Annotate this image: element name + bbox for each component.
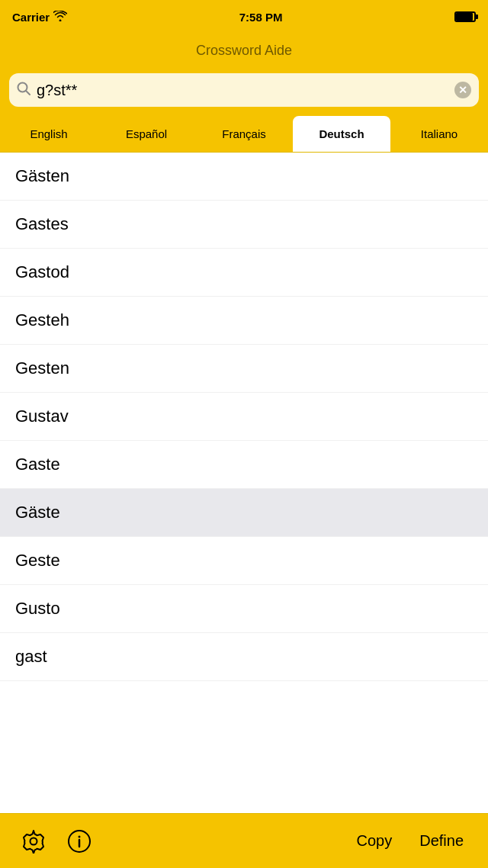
search-icon	[17, 82, 30, 99]
tab-espanol[interactable]: Español	[98, 116, 195, 152]
tab-italiano[interactable]: Italiano	[390, 116, 488, 152]
svg-point-5	[79, 835, 81, 837]
tab-francais[interactable]: Français	[195, 116, 293, 152]
word-item[interactable]: Gesteh	[0, 297, 488, 345]
toolbar-right: Copy Define	[350, 829, 470, 853]
app-title: Crossword Aide	[196, 43, 292, 59]
carrier-label: Carrier	[12, 11, 67, 24]
clear-button[interactable]: ✕	[454, 82, 471, 98]
status-bar: Carrier 7:58 PM	[0, 0, 488, 34]
word-item[interactable]: Gustav	[0, 393, 488, 441]
wifi-icon	[53, 11, 67, 24]
define-button[interactable]: Define	[413, 829, 470, 853]
word-list: GästenGastesGastodGestehGestenGustavGast…	[0, 153, 488, 813]
word-item[interactable]: Geste	[0, 537, 488, 585]
word-item[interactable]: Gästen	[0, 153, 488, 201]
word-item[interactable]: Gäste	[0, 489, 488, 537]
svg-line-1	[26, 91, 30, 95]
battery-icon	[454, 11, 476, 22]
info-button[interactable]	[64, 826, 95, 857]
word-item[interactable]: Gastod	[0, 249, 488, 297]
gear-icon	[21, 829, 46, 854]
bottom-toolbar: Copy Define	[0, 813, 488, 868]
info-icon	[67, 829, 92, 854]
tab-english[interactable]: English	[0, 116, 98, 152]
title-bar: Crossword Aide	[0, 34, 488, 67]
word-item[interactable]: Gaste	[0, 441, 488, 489]
word-item[interactable]: gast	[0, 633, 488, 681]
svg-point-2	[30, 837, 37, 844]
copy-button[interactable]: Copy	[350, 829, 398, 853]
word-item[interactable]: Gusto	[0, 585, 488, 633]
toolbar-left	[18, 826, 95, 857]
language-tabs: English Español Français Deutsch Italian…	[0, 116, 488, 153]
word-item[interactable]: Gastes	[0, 201, 488, 249]
tab-deutsch[interactable]: Deutsch	[293, 116, 390, 152]
search-bar: ✕	[0, 67, 488, 116]
time-label: 7:58 PM	[239, 11, 283, 24]
carrier-text: Carrier	[12, 11, 50, 24]
settings-button[interactable]	[18, 826, 49, 857]
search-input-wrapper: ✕	[9, 73, 479, 107]
search-input[interactable]	[37, 82, 454, 99]
word-item[interactable]: Gesten	[0, 345, 488, 393]
